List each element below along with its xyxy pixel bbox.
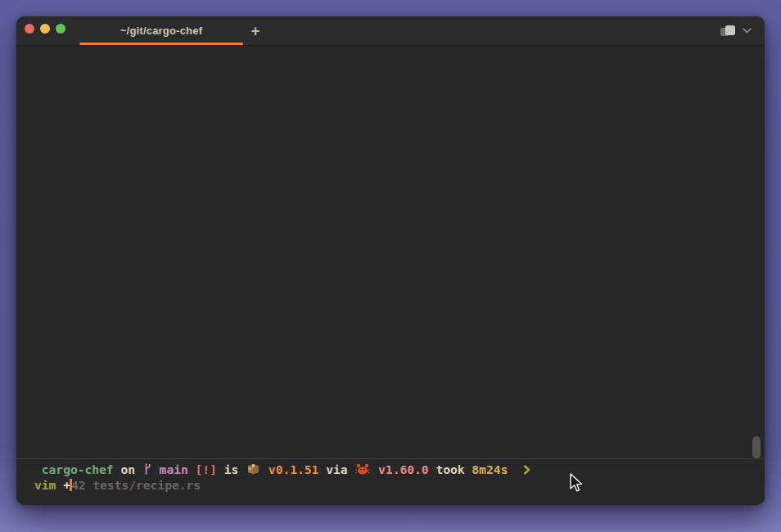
prompt-text-segment: v0.1.51	[261, 462, 318, 476]
prompt-text-segment: via	[318, 462, 354, 476]
prompt-text-segment	[508, 462, 522, 476]
git-branch-icon	[143, 462, 151, 479]
terminal-window: ~/git/cargo-chef + cargo-chef on main [!…	[16, 16, 765, 505]
prompt-text-segment: [!]	[188, 462, 217, 476]
package-icon	[246, 462, 260, 479]
scrollbar-thumb[interactable]	[752, 436, 761, 458]
prompt-text-segment: main	[152, 462, 188, 476]
prompt-text-segment: vim	[34, 478, 56, 492]
tab-title: ~/git/cargo-chef	[120, 25, 202, 37]
prompt-text-segment: 42 tests/recipe.rs	[71, 478, 201, 492]
prompt-text-segment: on	[114, 462, 142, 476]
prompt-text-segment: v1.60.0	[371, 462, 428, 476]
profiles-dropdown-button[interactable]	[720, 16, 752, 45]
desktop-background: ~/git/cargo-chef + cargo-chef on main [!…	[0, 0, 781, 532]
prompt-text-segment: +	[56, 478, 70, 492]
prompt-arrow-icon	[523, 463, 530, 479]
prompt-line: cargo-chef on main [!] is v0.1.51 via v1…	[34, 462, 740, 477]
prompt-text-segment: 8m24s	[472, 462, 508, 476]
prompt-text-segment: cargo-chef	[34, 462, 114, 476]
terminal-screen[interactable]: cargo-chef on main [!] is v0.1.51 via v1…	[16, 47, 765, 505]
new-tab-button[interactable]: +	[245, 20, 266, 42]
chevron-down-icon	[743, 28, 752, 34]
command-line: vim +42 tests/recipe.rs	[34, 477, 740, 493]
tab-active[interactable]: ~/git/cargo-chef	[79, 16, 243, 45]
shell-prompt: cargo-chef on main [!] is v0.1.51 via v1…	[34, 462, 740, 493]
active-tab-indicator	[79, 43, 243, 45]
tab-bar: ~/git/cargo-chef +	[16, 16, 765, 46]
minimize-button[interactable]	[40, 24, 50, 34]
close-button[interactable]	[25, 24, 34, 34]
prompt-text-segment: took	[429, 462, 472, 476]
crab-icon	[355, 462, 370, 479]
overlapping-windows-icon	[720, 25, 737, 38]
shell-mark-divider	[16, 458, 765, 459]
prompt-text-segment: is	[217, 462, 246, 476]
zoom-button[interactable]	[56, 24, 65, 34]
window-controls	[25, 24, 65, 34]
